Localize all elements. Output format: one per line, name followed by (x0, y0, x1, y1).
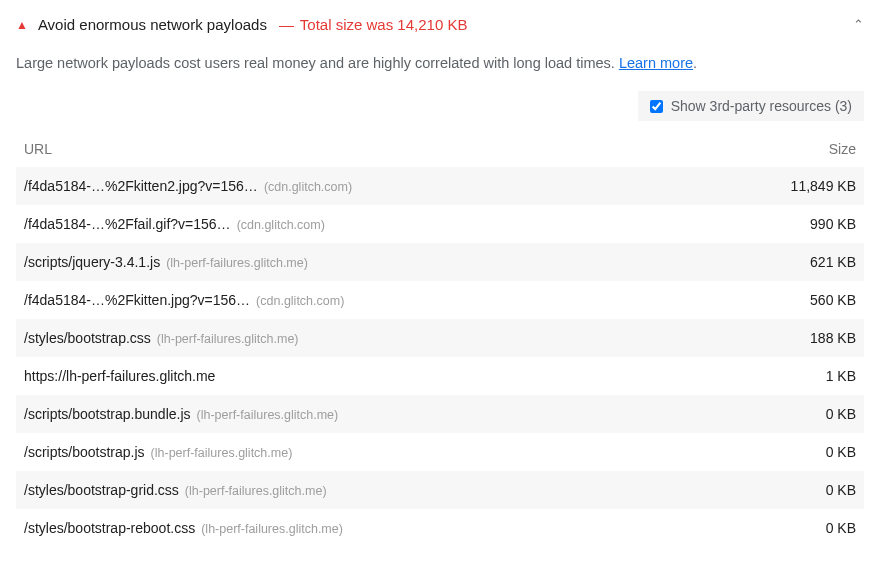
cell-size: 0 KB (702, 471, 864, 509)
cell-url: /scripts/jquery-3.4.1.js(lh-perf-failure… (16, 243, 702, 281)
cell-size: 560 KB (702, 281, 864, 319)
cell-size: 1 KB (702, 357, 864, 395)
cell-size: 990 KB (702, 205, 864, 243)
cell-url: https://lh-perf-failures.glitch.me (16, 357, 702, 395)
url-text: /scripts/bootstrap.bundle.js (24, 406, 191, 422)
cell-url: /styles/bootstrap.css(lh-perf-failures.g… (16, 319, 702, 357)
origin-text: (lh-perf-failures.glitch.me) (151, 446, 293, 460)
thirdparty-toggle[interactable]: Show 3rd-party resources (3) (638, 91, 864, 121)
learn-more-link[interactable]: Learn more (619, 55, 693, 71)
url-text: /f4da5184-…%2Fkitten.jpg?v=156… (24, 292, 250, 308)
audit-title: Avoid enormous network payloads (38, 16, 267, 33)
origin-text: (cdn.glitch.com) (237, 218, 325, 232)
cell-size: 0 KB (702, 433, 864, 471)
cell-size: 188 KB (702, 319, 864, 357)
table-row: /f4da5184-…%2Fkitten2.jpg?v=156…(cdn.gli… (16, 167, 864, 205)
table-row: /styles/bootstrap-reboot.css(lh-perf-fai… (16, 509, 864, 547)
origin-text: (lh-perf-failures.glitch.me) (185, 484, 327, 498)
url-text: https://lh-perf-failures.glitch.me (24, 368, 215, 384)
thirdparty-filter-row: Show 3rd-party resources (3) (16, 87, 864, 131)
table-row: /styles/bootstrap.css(lh-perf-failures.g… (16, 319, 864, 357)
origin-text: (lh-perf-failures.glitch.me) (197, 408, 339, 422)
url-text: /styles/bootstrap-reboot.css (24, 520, 195, 536)
cell-url: /f4da5184-…%2Fkitten2.jpg?v=156…(cdn.gli… (16, 167, 702, 205)
audit-description-suffix: . (693, 55, 697, 71)
origin-text: (lh-perf-failures.glitch.me) (166, 256, 308, 270)
cell-url: /scripts/bootstrap.js(lh-perf-failures.g… (16, 433, 702, 471)
cell-url: /f4da5184-…%2Ffail.gif?v=156…(cdn.glitch… (16, 205, 702, 243)
url-text: /f4da5184-…%2Ffail.gif?v=156… (24, 216, 231, 232)
origin-text: (cdn.glitch.com) (264, 180, 352, 194)
origin-text: (lh-perf-failures.glitch.me) (201, 522, 343, 536)
cell-size: 0 KB (702, 509, 864, 547)
cell-size: 0 KB (702, 395, 864, 433)
audit-description-text: Large network payloads cost users real m… (16, 55, 619, 71)
origin-text: (cdn.glitch.com) (256, 294, 344, 308)
cell-url: /scripts/bootstrap.bundle.js(lh-perf-fai… (16, 395, 702, 433)
thirdparty-checkbox[interactable] (650, 100, 663, 113)
audit-summary-text: Total size was 14,210 KB (300, 16, 468, 33)
table-row: /scripts/bootstrap.bundle.js(lh-perf-fai… (16, 395, 864, 433)
col-header-url: URL (16, 131, 702, 167)
url-text: /styles/bootstrap-grid.css (24, 482, 179, 498)
url-text: /scripts/bootstrap.js (24, 444, 145, 460)
cell-size: 621 KB (702, 243, 864, 281)
url-text: /f4da5184-…%2Fkitten2.jpg?v=156… (24, 178, 258, 194)
table-row: /scripts/jquery-3.4.1.js(lh-perf-failure… (16, 243, 864, 281)
table-row: /scripts/bootstrap.js(lh-perf-failures.g… (16, 433, 864, 471)
cell-url: /styles/bootstrap-reboot.css(lh-perf-fai… (16, 509, 702, 547)
warning-triangle-icon: ▲ (16, 19, 28, 31)
collapse-chevron-icon[interactable]: ⌃ (853, 17, 864, 32)
table-row: https://lh-perf-failures.glitch.me1 KB (16, 357, 864, 395)
url-text: /scripts/jquery-3.4.1.js (24, 254, 160, 270)
audit-summary: — Total size was 14,210 KB (277, 16, 468, 33)
audit-description: Large network payloads cost users real m… (16, 39, 864, 87)
cell-url: /styles/bootstrap-grid.css(lh-perf-failu… (16, 471, 702, 509)
table-row: /f4da5184-…%2Ffail.gif?v=156…(cdn.glitch… (16, 205, 864, 243)
cell-size: 11,849 KB (702, 167, 864, 205)
cell-url: /f4da5184-…%2Fkitten.jpg?v=156…(cdn.glit… (16, 281, 702, 319)
table-row: /styles/bootstrap-grid.css(lh-perf-failu… (16, 471, 864, 509)
payloads-table: URL Size /f4da5184-…%2Fkitten2.jpg?v=156… (16, 131, 864, 547)
table-row: /f4da5184-…%2Fkitten.jpg?v=156…(cdn.glit… (16, 281, 864, 319)
audit-header[interactable]: ▲ Avoid enormous network payloads — Tota… (16, 10, 864, 39)
col-header-size: Size (702, 131, 864, 167)
origin-text: (lh-perf-failures.glitch.me) (157, 332, 299, 346)
url-text: /styles/bootstrap.css (24, 330, 151, 346)
thirdparty-label: Show 3rd-party resources (3) (671, 98, 852, 114)
